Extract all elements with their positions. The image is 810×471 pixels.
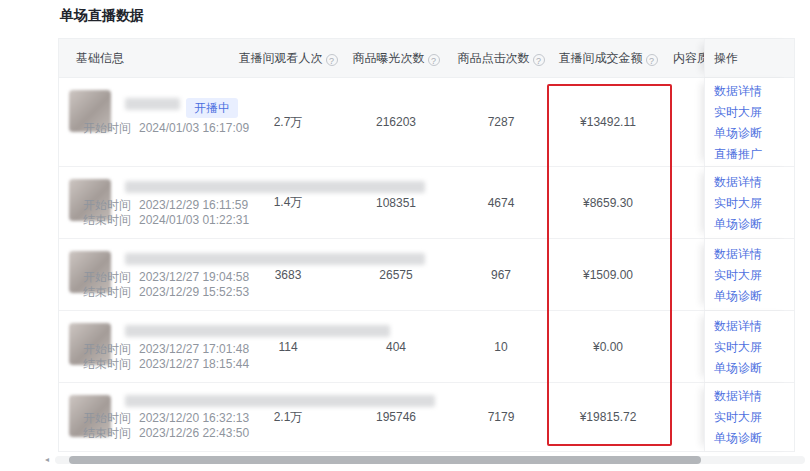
views-value: 2.1万 bbox=[228, 383, 348, 451]
col-header-basic-info: 基础信息 bbox=[76, 39, 124, 77]
title-redacted bbox=[125, 98, 180, 110]
amount-value: ¥0.00 bbox=[548, 311, 668, 382]
col-header-clicks: 商品点击次数? bbox=[441, 39, 561, 77]
start-time-label: 开始时间 bbox=[83, 411, 131, 425]
end-time-label: 结束时间 bbox=[83, 357, 131, 371]
amount-value: ¥19815.72 bbox=[548, 383, 668, 451]
col-header-exposure: 商品曝光次数? bbox=[336, 39, 456, 77]
action-realtime-screen[interactable]: 实时大屏 bbox=[714, 195, 794, 211]
action-data-detail[interactable]: 数据详情 bbox=[714, 388, 794, 404]
page-title: 单场直播数据 bbox=[60, 7, 144, 25]
table-row[interactable]: 开始时间2023/12/20 16:32:13 结束时间2023/12/26 2… bbox=[59, 383, 794, 452]
clicks-value: 7179 bbox=[441, 383, 561, 451]
views-value: 3683 bbox=[228, 239, 348, 310]
live-sessions-table: 基础信息 直播间观看人次? 商品曝光次数? 商品点击次数? 直播间成交金额? 内… bbox=[58, 38, 795, 452]
start-time-label: 开始时间 bbox=[83, 270, 131, 284]
action-realtime-screen[interactable]: 实时大屏 bbox=[714, 104, 794, 120]
end-time-label: 结束时间 bbox=[83, 213, 131, 227]
table-row[interactable]: 开始时间2023/12/27 17:01:48 结束时间2023/12/27 1… bbox=[59, 311, 794, 383]
action-data-detail[interactable]: 数据详情 bbox=[714, 83, 794, 99]
info-icon[interactable]: ? bbox=[428, 54, 440, 66]
col-header-amount: 直播间成交金额? bbox=[548, 39, 668, 77]
action-session-diagnosis[interactable]: 单场诊断 bbox=[714, 288, 794, 304]
clicks-value: 967 bbox=[441, 239, 561, 310]
action-data-detail[interactable]: 数据详情 bbox=[714, 318, 794, 334]
action-realtime-screen[interactable]: 实时大屏 bbox=[714, 409, 794, 425]
col-header-views: 直播间观看人次? bbox=[228, 39, 348, 77]
start-time-label: 开始时间 bbox=[83, 198, 131, 212]
action-data-detail[interactable]: 数据详情 bbox=[714, 246, 794, 262]
exposure-value: 195746 bbox=[336, 383, 456, 451]
action-session-diagnosis[interactable]: 单场诊断 bbox=[714, 360, 794, 376]
end-time-label: 结束时间 bbox=[83, 426, 131, 440]
horizontal-scrollbar-thumb[interactable] bbox=[69, 456, 701, 464]
row-actions: 数据详情 实时大屏 单场诊断 直播推广 bbox=[704, 78, 794, 166]
col-header-actions: 操作 bbox=[704, 39, 794, 77]
row-actions: 数据详情 实时大屏 单场诊断 bbox=[704, 239, 794, 310]
exposure-value: 216203 bbox=[336, 78, 456, 166]
amount-value: ¥13492.11 bbox=[548, 78, 668, 166]
views-value: 114 bbox=[228, 311, 348, 382]
action-realtime-screen[interactable]: 实时大屏 bbox=[714, 267, 794, 283]
info-icon[interactable]: ? bbox=[533, 54, 545, 66]
action-data-detail[interactable]: 数据详情 bbox=[714, 174, 794, 190]
action-live-promotion[interactable]: 直播推广 bbox=[714, 146, 794, 162]
clicks-value: 7287 bbox=[441, 78, 561, 166]
row-actions: 数据详情 实时大屏 单场诊断 bbox=[704, 311, 794, 382]
row-actions: 数据详情 实时大屏 单场诊断 bbox=[704, 167, 794, 238]
views-value: 1.4万 bbox=[228, 167, 348, 238]
end-time-label: 结束时间 bbox=[83, 285, 131, 299]
amount-value: ¥8659.30 bbox=[548, 167, 668, 238]
table-header: 基础信息 直播间观看人次? 商品曝光次数? 商品点击次数? 直播间成交金额? 内… bbox=[59, 39, 794, 78]
views-value: 2.7万 bbox=[228, 78, 348, 166]
table-row[interactable]: 开播中 开始时间2024/01/03 16:17:09 2.7万 216203 … bbox=[59, 78, 794, 167]
clicks-value: 4674 bbox=[441, 167, 561, 238]
start-time-label: 开始时间 bbox=[83, 342, 131, 356]
action-session-diagnosis[interactable]: 单场诊断 bbox=[714, 430, 794, 446]
start-time-label: 开始时间 bbox=[83, 121, 131, 135]
exposure-value: 404 bbox=[336, 311, 456, 382]
info-icon[interactable]: ? bbox=[646, 54, 658, 66]
horizontal-scrollbar[interactable]: ◂ bbox=[55, 456, 805, 464]
table-row[interactable]: 开始时间2023/12/27 19:04:58 结束时间2023/12/29 1… bbox=[59, 239, 794, 311]
amount-value: ¥1509.00 bbox=[548, 239, 668, 310]
scroll-left-arrow-icon[interactable]: ◂ bbox=[45, 455, 49, 464]
exposure-value: 108351 bbox=[336, 167, 456, 238]
action-session-diagnosis[interactable]: 单场诊断 bbox=[714, 216, 794, 232]
row-actions: 数据详情 实时大屏 单场诊断 bbox=[704, 383, 794, 451]
action-realtime-screen[interactable]: 实时大屏 bbox=[714, 339, 794, 355]
clicks-value: 10 bbox=[441, 311, 561, 382]
exposure-value: 26575 bbox=[336, 239, 456, 310]
table-row[interactable]: 开始时间2023/12/29 16:11:59 结束时间2024/01/03 0… bbox=[59, 167, 794, 239]
action-session-diagnosis[interactable]: 单场诊断 bbox=[714, 125, 794, 141]
